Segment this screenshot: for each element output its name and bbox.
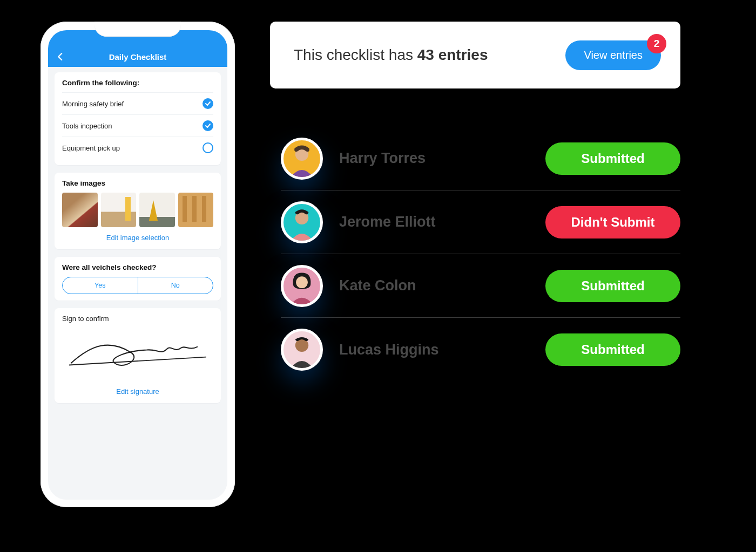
entry-name: Kate Colon bbox=[339, 277, 545, 294]
checklist-row[interactable]: Morning safety brief bbox=[62, 92, 213, 114]
signature-pad[interactable] bbox=[62, 327, 213, 381]
avatar bbox=[281, 265, 323, 307]
avatar bbox=[281, 201, 323, 243]
svg-point-2 bbox=[296, 276, 308, 288]
summary-card: This checklist has 43 entries View entri… bbox=[270, 22, 680, 88]
status-pill: Submitted bbox=[545, 270, 680, 302]
question-card: Were all veichels checked? Yes No bbox=[55, 257, 221, 301]
check-icon[interactable] bbox=[202, 120, 213, 131]
checklist-row[interactable]: Equipment pick up bbox=[62, 137, 213, 159]
status-pill: Didn't Submit bbox=[545, 206, 680, 238]
image-thumb[interactable] bbox=[178, 193, 214, 227]
view-entries-label: View entries bbox=[584, 49, 643, 61]
checklist-label: Morning safety brief bbox=[62, 100, 124, 108]
checklist-label: Equipment pick up bbox=[62, 144, 120, 152]
confirm-card: Confirm the following: Morning safety br… bbox=[55, 72, 221, 165]
signature-header: Sign to confirm bbox=[62, 315, 213, 323]
entry-name: Jerome Elliott bbox=[339, 214, 545, 230]
image-thumbs bbox=[62, 193, 213, 227]
yes-button[interactable]: Yes bbox=[63, 277, 138, 294]
no-button[interactable]: No bbox=[138, 277, 213, 294]
check-icon[interactable] bbox=[202, 142, 213, 153]
avatar bbox=[281, 138, 323, 180]
notification-badge: 2 bbox=[647, 34, 666, 53]
edit-images-link[interactable]: Edit image selection bbox=[62, 227, 213, 243]
summary-prefix: This checklist has bbox=[294, 46, 417, 63]
status-pill: Submitted bbox=[545, 333, 680, 366]
phone-notch bbox=[94, 22, 181, 37]
phone-screen: Daily Checklist Confirm the following: M… bbox=[48, 30, 227, 500]
checklist-label: Tools incpection bbox=[62, 122, 112, 130]
entry-row: Harry Torres Submitted bbox=[281, 127, 680, 190]
entry-row: Jerome Elliott Didn't Submit bbox=[281, 190, 680, 254]
entry-row: Lucas Higgins Submitted bbox=[281, 318, 680, 381]
status-pill: Submitted bbox=[545, 142, 680, 175]
entry-row: Kate Colon Submitted bbox=[281, 254, 680, 318]
image-thumb[interactable] bbox=[62, 193, 98, 227]
image-thumb[interactable] bbox=[139, 193, 175, 227]
confirm-header: Confirm the following: bbox=[62, 79, 213, 87]
view-entries-button[interactable]: View entries 2 bbox=[565, 40, 661, 70]
phone-frame: Daily Checklist Confirm the following: M… bbox=[40, 22, 235, 507]
entry-name: Harry Torres bbox=[339, 150, 545, 167]
entries-list: Harry Torres Submitted Jerome Elliott Di… bbox=[281, 127, 680, 381]
image-thumb[interactable] bbox=[101, 193, 137, 227]
check-icon[interactable] bbox=[202, 98, 213, 109]
images-card: Take images Edit image selection bbox=[55, 173, 221, 249]
images-header: Take images bbox=[62, 179, 213, 187]
avatar bbox=[281, 329, 323, 371]
edit-signature-link[interactable]: Edit signature bbox=[62, 381, 213, 397]
summary-text: This checklist has 43 entries bbox=[294, 46, 488, 64]
phone-body: Confirm the following: Morning safety br… bbox=[48, 67, 227, 408]
question-header: Were all veichels checked? bbox=[62, 263, 213, 271]
entry-name: Lucas Higgins bbox=[339, 342, 545, 358]
summary-count: 43 entries bbox=[417, 46, 488, 63]
phone-title: Daily Checklist bbox=[56, 52, 220, 62]
yes-no-group: Yes No bbox=[62, 277, 213, 294]
signature-card: Sign to confirm Edit signature bbox=[55, 308, 221, 403]
checklist-row[interactable]: Tools incpection bbox=[62, 114, 213, 137]
